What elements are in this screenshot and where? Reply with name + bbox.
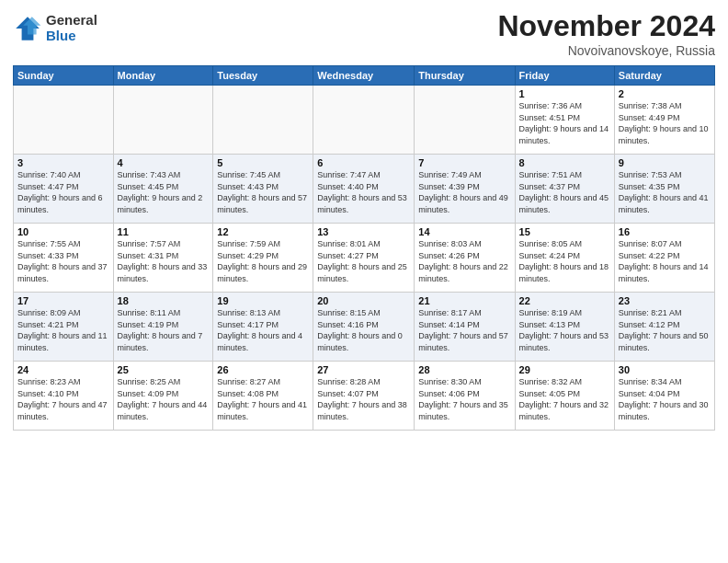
calendar-week-row: 1Sunrise: 7:36 AM Sunset: 4:51 PM Daylig… xyxy=(14,86,715,155)
logo-blue: Blue xyxy=(46,29,97,44)
calendar-cell: 23Sunrise: 8:21 AM Sunset: 4:12 PM Dayli… xyxy=(614,293,714,362)
logo: General Blue xyxy=(13,13,97,43)
calendar-week-row: 10Sunrise: 7:55 AM Sunset: 4:33 PM Dayli… xyxy=(14,224,715,293)
calendar-cell: 27Sunrise: 8:28 AM Sunset: 4:07 PM Dayli… xyxy=(313,362,415,431)
calendar-week-row: 17Sunrise: 8:09 AM Sunset: 4:21 PM Dayli… xyxy=(14,293,715,362)
day-info: Sunrise: 8:07 AM Sunset: 4:22 PM Dayligh… xyxy=(619,238,711,284)
day-info: Sunrise: 7:36 AM Sunset: 4:51 PM Dayligh… xyxy=(519,100,610,146)
day-info: Sunrise: 8:01 AM Sunset: 4:27 PM Dayligh… xyxy=(317,238,410,284)
day-info: Sunrise: 7:53 AM Sunset: 4:35 PM Dayligh… xyxy=(619,169,711,215)
day-number: 14 xyxy=(418,226,510,237)
day-info: Sunrise: 7:59 AM Sunset: 4:29 PM Dayligh… xyxy=(217,238,309,284)
day-info: Sunrise: 8:05 AM Sunset: 4:24 PM Dayligh… xyxy=(519,238,610,284)
day-number: 24 xyxy=(17,364,109,375)
day-number: 7 xyxy=(418,157,510,168)
calendar-header-cell: Thursday xyxy=(415,66,515,86)
day-info: Sunrise: 8:17 AM Sunset: 4:14 PM Dayligh… xyxy=(418,307,510,353)
header: General Blue November 2024 Novoivanovsko… xyxy=(13,9,715,58)
calendar-cell: 17Sunrise: 8:09 AM Sunset: 4:21 PM Dayli… xyxy=(14,293,114,362)
calendar-week-row: 3Sunrise: 7:40 AM Sunset: 4:47 PM Daylig… xyxy=(14,155,715,224)
day-number: 6 xyxy=(317,157,410,168)
day-number: 2 xyxy=(619,88,711,99)
day-info: Sunrise: 8:27 AM Sunset: 4:08 PM Dayligh… xyxy=(217,376,309,422)
day-number: 21 xyxy=(418,295,510,306)
day-number: 1 xyxy=(519,88,610,99)
calendar-week-row: 24Sunrise: 8:23 AM Sunset: 4:10 PM Dayli… xyxy=(14,362,715,431)
logo-text: General Blue xyxy=(46,13,97,43)
logo-icon xyxy=(13,14,42,43)
day-number: 20 xyxy=(317,295,410,306)
day-number: 3 xyxy=(17,157,109,168)
calendar-cell: 25Sunrise: 8:25 AM Sunset: 4:09 PM Dayli… xyxy=(113,362,213,431)
calendar-cell: 16Sunrise: 8:07 AM Sunset: 4:22 PM Dayli… xyxy=(614,224,714,293)
calendar-cell xyxy=(113,86,213,155)
calendar-cell xyxy=(14,86,114,155)
day-info: Sunrise: 8:34 AM Sunset: 4:04 PM Dayligh… xyxy=(619,376,711,422)
day-info: Sunrise: 7:45 AM Sunset: 4:43 PM Dayligh… xyxy=(217,169,309,215)
day-info: Sunrise: 8:25 AM Sunset: 4:09 PM Dayligh… xyxy=(118,376,210,422)
day-info: Sunrise: 7:57 AM Sunset: 4:31 PM Dayligh… xyxy=(118,238,210,284)
calendar-cell xyxy=(213,86,313,155)
day-number: 10 xyxy=(17,226,109,237)
calendar-cell: 30Sunrise: 8:34 AM Sunset: 4:04 PM Dayli… xyxy=(614,362,714,431)
day-number: 25 xyxy=(118,364,210,375)
calendar-header-cell: Monday xyxy=(113,66,213,86)
calendar-cell: 20Sunrise: 8:15 AM Sunset: 4:16 PM Dayli… xyxy=(313,293,415,362)
calendar-cell: 8Sunrise: 7:51 AM Sunset: 4:37 PM Daylig… xyxy=(515,155,614,224)
calendar-cell: 12Sunrise: 7:59 AM Sunset: 4:29 PM Dayli… xyxy=(213,224,313,293)
calendar-table: SundayMondayTuesdayWednesdayThursdayFrid… xyxy=(13,65,715,431)
day-info: Sunrise: 8:23 AM Sunset: 4:10 PM Dayligh… xyxy=(17,376,109,422)
calendar-header-cell: Saturday xyxy=(614,66,714,86)
calendar-cell: 29Sunrise: 8:32 AM Sunset: 4:05 PM Dayli… xyxy=(515,362,614,431)
day-number: 22 xyxy=(519,295,610,306)
day-info: Sunrise: 8:32 AM Sunset: 4:05 PM Dayligh… xyxy=(519,376,610,422)
day-number: 15 xyxy=(519,226,610,237)
calendar-cell xyxy=(415,86,515,155)
day-number: 18 xyxy=(118,295,210,306)
month-title: November 2024 xyxy=(497,9,715,43)
calendar-cell: 18Sunrise: 8:11 AM Sunset: 4:19 PM Dayli… xyxy=(113,293,213,362)
calendar-cell: 15Sunrise: 8:05 AM Sunset: 4:24 PM Dayli… xyxy=(515,224,614,293)
calendar-cell: 2Sunrise: 7:38 AM Sunset: 4:49 PM Daylig… xyxy=(614,86,714,155)
day-info: Sunrise: 7:55 AM Sunset: 4:33 PM Dayligh… xyxy=(17,238,109,284)
day-number: 23 xyxy=(619,295,711,306)
day-info: Sunrise: 7:40 AM Sunset: 4:47 PM Dayligh… xyxy=(17,169,109,215)
day-number: 11 xyxy=(118,226,210,237)
calendar-cell: 11Sunrise: 7:57 AM Sunset: 4:31 PM Dayli… xyxy=(113,224,213,293)
day-number: 30 xyxy=(619,364,711,375)
day-info: Sunrise: 7:43 AM Sunset: 4:45 PM Dayligh… xyxy=(118,169,210,215)
day-number: 27 xyxy=(317,364,410,375)
calendar-header-cell: Friday xyxy=(515,66,614,86)
day-number: 16 xyxy=(619,226,711,237)
calendar-cell: 9Sunrise: 7:53 AM Sunset: 4:35 PM Daylig… xyxy=(614,155,714,224)
day-info: Sunrise: 8:11 AM Sunset: 4:19 PM Dayligh… xyxy=(118,307,210,353)
calendar-cell: 1Sunrise: 7:36 AM Sunset: 4:51 PM Daylig… xyxy=(515,86,614,155)
logo-general: General xyxy=(46,13,97,29)
day-number: 26 xyxy=(217,364,309,375)
calendar-cell: 22Sunrise: 8:19 AM Sunset: 4:13 PM Dayli… xyxy=(515,293,614,362)
location: Novoivanovskoye, Russia xyxy=(497,43,715,58)
calendar-cell: 3Sunrise: 7:40 AM Sunset: 4:47 PM Daylig… xyxy=(14,155,114,224)
calendar-cell: 21Sunrise: 8:17 AM Sunset: 4:14 PM Dayli… xyxy=(415,293,515,362)
page: General Blue November 2024 Novoivanovsko… xyxy=(0,0,728,563)
day-info: Sunrise: 7:47 AM Sunset: 4:40 PM Dayligh… xyxy=(317,169,410,215)
day-info: Sunrise: 8:15 AM Sunset: 4:16 PM Dayligh… xyxy=(317,307,410,353)
calendar-cell: 7Sunrise: 7:49 AM Sunset: 4:39 PM Daylig… xyxy=(415,155,515,224)
day-number: 19 xyxy=(217,295,309,306)
day-info: Sunrise: 8:03 AM Sunset: 4:26 PM Dayligh… xyxy=(418,238,510,284)
day-number: 13 xyxy=(317,226,410,237)
day-info: Sunrise: 8:28 AM Sunset: 4:07 PM Dayligh… xyxy=(317,376,410,422)
day-number: 17 xyxy=(17,295,109,306)
day-number: 8 xyxy=(519,157,610,168)
calendar-cell: 26Sunrise: 8:27 AM Sunset: 4:08 PM Dayli… xyxy=(213,362,313,431)
calendar-header-cell: Tuesday xyxy=(213,66,313,86)
calendar-header-cell: Wednesday xyxy=(313,66,415,86)
day-number: 28 xyxy=(418,364,510,375)
day-info: Sunrise: 8:30 AM Sunset: 4:06 PM Dayligh… xyxy=(418,376,510,422)
day-info: Sunrise: 8:19 AM Sunset: 4:13 PM Dayligh… xyxy=(519,307,610,353)
calendar-cell xyxy=(313,86,415,155)
calendar-cell: 10Sunrise: 7:55 AM Sunset: 4:33 PM Dayli… xyxy=(14,224,114,293)
calendar-cell: 5Sunrise: 7:45 AM Sunset: 4:43 PM Daylig… xyxy=(213,155,313,224)
calendar-header-cell: Sunday xyxy=(14,66,114,86)
day-info: Sunrise: 8:13 AM Sunset: 4:17 PM Dayligh… xyxy=(217,307,309,353)
